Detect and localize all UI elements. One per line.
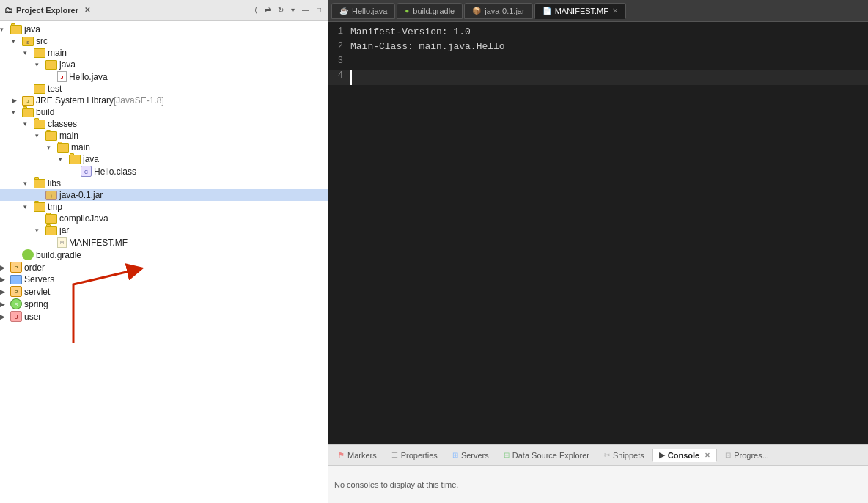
tree-label-tmp: tmp (48, 202, 62, 212)
tree-label-jre: JRE System Library (36, 95, 114, 106)
tree-item-order[interactable]: ▶Porder (0, 261, 328, 273)
tree-item-tmp[interactable]: ▾tmp (0, 201, 328, 213)
tree-arrow: ▾ (35, 132, 45, 139)
tree-item-compilejava[interactable]: compileJava (0, 213, 328, 224)
tree-arrow: ▶ (0, 276, 10, 283)
tree-arrow: ▾ (59, 155, 69, 163)
tree-item-jar-folder[interactable]: ▾jar (0, 224, 328, 236)
line-number-1: 1 (328, 26, 350, 41)
tree-arrow: ▶ (12, 97, 22, 104)
tree-item-jar-file[interactable]: jjava-0.1.jar (0, 189, 328, 201)
bottom-panel: ⚑ Markers ☰ Properties ⊞ Servers ⊟ Data … (328, 444, 868, 503)
tab-label-hello-java: Hello.java (352, 7, 387, 15)
tree-item-jre[interactable]: ▶JJRE System Library [JavaSE-1.8] (0, 95, 328, 106)
tree-label-src: src (36, 36, 48, 46)
tree-label-java-pkg: java (59, 59, 76, 70)
tab-build-gradle[interactable]: ● build.gradle (397, 3, 463, 19)
console-close-icon[interactable]: ✕ (705, 452, 710, 459)
tree-item-java-folder[interactable]: ▾java (0, 153, 328, 165)
line-content-3 (350, 56, 868, 70)
line-number-2: 2 (328, 41, 350, 56)
markers-icon: ⚑ (338, 451, 345, 459)
manifest-tab-icon: 📄 (542, 7, 551, 15)
tree-item-build-gradle[interactable]: build.gradle (0, 249, 328, 261)
tree-item-build[interactable]: ▾build (0, 106, 328, 118)
tree-item-manifest-mf[interactable]: MMANIFEST.MF (0, 236, 328, 249)
markers-label: Markers (347, 451, 377, 460)
editor-area[interactable]: 1 Manifest-Version: 1.0 2 Main-Class: ma… (328, 22, 868, 444)
tree-label-build-gradle: build.gradle (36, 250, 81, 260)
collapse-icon[interactable]: ⟨ (252, 5, 260, 15)
tree-arrow: ▶ (0, 264, 10, 271)
tree-item-user[interactable]: ▶Uuser (0, 310, 328, 323)
tree-arrow: ▾ (23, 203, 34, 210)
bottom-status: No consoles to display at this time. (334, 480, 458, 489)
editor-line-4: 4 (328, 70, 868, 85)
tree-item-hello-class[interactable]: CHello.class (0, 165, 328, 177)
tab-manifest[interactable]: 📄 MANIFEST.MF ✕ (534, 3, 626, 19)
line-content-1: Manifest-Version: 1.0 (350, 26, 868, 41)
tree-label-spring: spring (24, 299, 48, 309)
tab-hello-java[interactable]: ☕ Hello.java (331, 3, 395, 19)
panel-header: 🗂 Project Explorer ✕ ⟨ ⇌ ↻ ▾ — □ (0, 0, 328, 21)
progress-tab[interactable]: ⊡ Progres... (718, 449, 776, 462)
tree-label-servers: Servers (24, 274, 54, 284)
maximize-icon[interactable]: □ (315, 5, 323, 15)
sync-icon[interactable]: ↻ (276, 5, 286, 15)
line-number-3: 3 (328, 56, 350, 70)
tree-label-servlet: servlet (24, 287, 50, 297)
close-panel-icon[interactable]: ✕ (84, 6, 90, 14)
progress-icon: ⊡ (725, 451, 731, 459)
tab-close-manifest[interactable]: ✕ (612, 7, 618, 15)
properties-tab[interactable]: ☰ Properties (385, 449, 444, 462)
project-folder-icon: 🗂 (4, 5, 13, 15)
java-file-tab-icon: ☕ (339, 7, 348, 15)
datasource-tab[interactable]: ⊟ Data Source Explorer (497, 449, 596, 462)
tree-item-main-src[interactable]: ▾main (0, 47, 328, 59)
tree-item-java-pkg[interactable]: ▾java (0, 59, 328, 70)
tree-arrow: ▾ (23, 120, 34, 128)
tree-label-order: order (24, 262, 45, 273)
console-tab[interactable]: ▶ Console ✕ (652, 449, 717, 462)
markers-tab[interactable]: ⚑ Markers (331, 449, 383, 462)
tree-arrow: ▾ (0, 26, 10, 33)
console-label: Console (668, 451, 699, 460)
tree-label-test: test (48, 84, 62, 94)
snippets-label: Snippets (613, 451, 644, 460)
tab-jar[interactable]: 📦 java-0.1.jar (464, 3, 532, 19)
minimize-icon[interactable]: — (300, 5, 312, 15)
panel-header-icons: ⟨ ⇌ ↻ ▾ — □ (252, 5, 323, 15)
tree-arrow: ▾ (47, 144, 57, 151)
editor-line-2: 2 Main-Class: main.java.Hello (328, 41, 868, 56)
tree-arrow: ▾ (12, 37, 22, 45)
tree-item-main-main[interactable]: ▾main (0, 142, 328, 153)
panel-title: 🗂 Project Explorer ✕ (4, 5, 90, 15)
tree-item-libs[interactable]: ▾libs (0, 177, 328, 189)
tree-arrow: ▾ (12, 109, 22, 116)
tree-item-servers[interactable]: ▶Servers (0, 273, 328, 285)
tree-item-classes[interactable]: ▾classes (0, 118, 328, 130)
line-content-2: Main-Class: main.java.Hello (350, 41, 868, 56)
editor-tab-bar: ☕ Hello.java ● build.gradle 📦 java-0.1.j… (328, 0, 868, 22)
datasource-icon: ⊟ (504, 451, 510, 459)
tree-item-servlet[interactable]: ▶Pservlet (0, 285, 328, 298)
tree-label-classes: classes (48, 119, 77, 129)
snippets-tab[interactable]: ✂ Snippets (597, 449, 651, 462)
tree-label-main-main: main (71, 142, 90, 153)
tree-label-java-folder: java (83, 154, 99, 164)
tree-item-test[interactable]: test (0, 83, 328, 95)
datasource-label: Data Source Explorer (512, 451, 589, 460)
bottom-content: No consoles to display at this time. (328, 466, 868, 503)
link-icon[interactable]: ⇌ (262, 5, 273, 15)
project-tree: ▾java▾ssrc▾main▾javaJHello.javatest▶JJRE… (0, 21, 328, 503)
servers-bottom-tab[interactable]: ⊞ Servers (446, 449, 496, 462)
tree-item-hello-java[interactable]: JHello.java (0, 70, 328, 83)
menu-icon[interactable]: ▾ (289, 5, 297, 15)
tree-item-java-root[interactable]: ▾java (0, 23, 328, 35)
tree-item-main-classes[interactable]: ▾main (0, 130, 328, 142)
editor-line-3: 3 (328, 56, 868, 70)
tree-item-src[interactable]: ▾ssrc (0, 35, 328, 47)
tree-label-jar-folder: jar (59, 225, 69, 235)
tab-label-manifest: MANIFEST.MF (555, 7, 608, 15)
tree-item-spring[interactable]: ▶Sspring (0, 298, 328, 310)
